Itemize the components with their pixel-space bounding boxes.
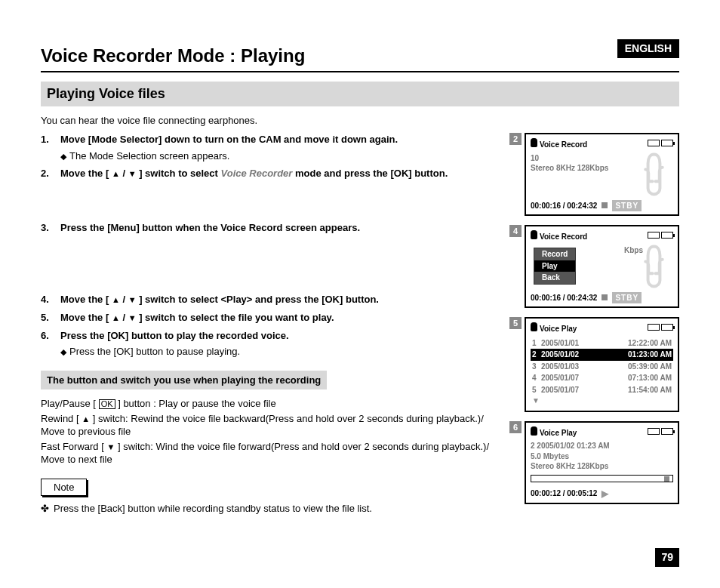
step-text: Move [Mode Selector] down to turn on the… xyxy=(60,133,494,146)
text-fragment: Play/Pause [ xyxy=(41,398,96,409)
file-time: 07:13:00 AM xyxy=(628,373,672,383)
file-time: 12:22:00 AM xyxy=(628,338,672,349)
now-playing-file: 2 2005/01/02 01:23 AM xyxy=(531,441,673,451)
menu-item-record[interactable]: Record xyxy=(534,248,575,260)
step-number: 6. xyxy=(41,329,60,359)
text-fragment: Move the [ xyxy=(60,312,112,323)
cactus-watermark-icon xyxy=(633,149,675,199)
stop-icon xyxy=(664,476,669,482)
card-icon xyxy=(648,324,660,331)
control-rewind: Rewind [ ▲ ] switch: Rewind the voice fi… xyxy=(41,412,494,439)
file-time: 11:54:00 AM xyxy=(628,385,672,396)
status-badge: STBY xyxy=(612,292,642,304)
file-row[interactable]: 42005/01/0707:13:00 AM xyxy=(531,372,673,384)
play-arrow-icon: ▶ xyxy=(602,488,608,500)
file-time: 01:23:00 AM xyxy=(628,349,672,360)
battery-icon xyxy=(661,232,673,239)
text-fragment: ] switch to select <Play> and press the … xyxy=(137,294,379,305)
file-idx: 4 xyxy=(532,373,541,383)
screen-title: Voice Play xyxy=(540,429,577,437)
text-fragment: Move the [ xyxy=(60,294,112,305)
control-play-pause: Play/Pause [ OK ] button : Play or pause… xyxy=(41,397,494,411)
file-row[interactable]: 32005/01/0305:39:00 AM xyxy=(531,361,673,373)
status-badge: STBY xyxy=(612,200,642,212)
step-5: 5. Move the [ ▲ / ▼ ] switch to select t… xyxy=(41,311,494,325)
step-number: 1. xyxy=(41,133,60,162)
step-text: Move the [ ▲ / ▼ ] switch to select the … xyxy=(60,311,494,325)
status-icons xyxy=(646,231,673,242)
menu-item-back[interactable]: Back xyxy=(534,272,575,284)
file-idx: 3 xyxy=(532,362,541,372)
file-idx: 1 xyxy=(532,338,541,349)
screen-5: 5 Voice Play 12005/01/0112:22:00 AM 2200… xyxy=(509,317,679,412)
mic-icon xyxy=(531,322,537,331)
down-arrow-icon: ▼ xyxy=(128,313,137,322)
battery-icon xyxy=(661,140,673,146)
intro-text: You can hear the voice file connecting e… xyxy=(41,114,679,128)
step-sub-content: The Mode Selection screen appears. xyxy=(69,150,229,162)
card-icon xyxy=(648,140,660,146)
step-2: 2. Move the [ ▲ / ▼ ] switch to select V… xyxy=(41,167,494,180)
file-row[interactable]: 12005/01/0112:22:00 AM xyxy=(531,337,673,349)
file-date: 2005/01/01 xyxy=(541,338,628,349)
card-icon xyxy=(648,428,660,435)
screen-body: Voice Play 12005/01/0112:22:00 AM 22005/… xyxy=(525,317,679,412)
file-row[interactable]: 22005/01/0201:23:00 AM xyxy=(531,349,673,361)
stop-icon xyxy=(602,294,608,300)
file-idx: 2 xyxy=(532,349,541,360)
step-number: 5. xyxy=(41,311,60,325)
step-6: 6. Press the [OK] button to play the rec… xyxy=(41,329,494,359)
step-number: 3. xyxy=(41,221,60,235)
step-text: Move the [ ▲ / ▼ ] switch to select <Pla… xyxy=(60,293,494,306)
up-arrow-icon: ▲ xyxy=(112,313,120,322)
card-icon xyxy=(648,232,660,239)
file-time: 05:39:00 AM xyxy=(628,362,672,372)
time-counter: 00:00:16 / 00:24:32 xyxy=(531,293,597,303)
title-rule xyxy=(41,71,679,72)
file-size: 5.0 Mbytes xyxy=(531,451,673,462)
step-subtext: ◆The Mode Selection screen appears. xyxy=(60,149,494,163)
status-icons xyxy=(646,139,673,149)
screen-tag: 6 xyxy=(509,421,522,433)
step-text: Press the [OK] button to play the record… xyxy=(60,329,494,343)
up-arrow-icon: ▲ xyxy=(112,295,120,304)
ok-button-icon: OK xyxy=(99,399,115,409)
up-arrow-icon: ▲ xyxy=(82,414,90,423)
step-4: 4. Move the [ ▲ / ▼ ] switch to select <… xyxy=(41,293,494,306)
section-subtitle: Playing Voice files xyxy=(41,82,679,106)
text-fragment: ] switch: Rewind the voice file backward… xyxy=(41,413,484,438)
audio-format: Stereo 8KHz 128Kbps xyxy=(531,461,673,472)
screen-4: 4 Voice Record Kbps Record Play Back xyxy=(509,225,679,308)
mode-name: Voice Recorder xyxy=(221,168,293,179)
step-3: 3. Press the [Menu] button when the Voic… xyxy=(41,221,494,235)
screen-body: Voice Play 2 2005/01/02 01:23 AM 5.0 Mby… xyxy=(525,421,679,504)
step-subtext: ◆Press the [OK] button to pause playing. xyxy=(60,345,494,359)
file-idx: 5 xyxy=(532,385,541,396)
down-arrow-icon: ▼ xyxy=(128,169,137,178)
step-text: Move the [ ▲ / ▼ ] switch to select Voic… xyxy=(60,167,494,180)
file-date: 2005/01/03 xyxy=(541,362,628,372)
step-sub-content: Press the [OK] button to pause playing. xyxy=(69,346,240,357)
note-content: Press the [Back] button while recording … xyxy=(54,503,372,514)
file-row[interactable]: 52005/01/0711:54:00 AM xyxy=(531,384,673,396)
screen-2: 2 Voice Record 10 Stereo 8KHz 128Kbps 00… xyxy=(509,133,679,216)
mic-icon xyxy=(531,230,537,239)
progress-bar xyxy=(531,475,673,482)
status-icons xyxy=(646,323,673,334)
stop-icon xyxy=(602,202,608,208)
file-list: 12005/01/0112:22:00 AM 22005/01/0201:23:… xyxy=(531,337,673,406)
screen-body: Voice Record 10 Stereo 8KHz 128Kbps 00:0… xyxy=(525,133,679,216)
file-date: 2005/01/07 xyxy=(541,373,628,383)
step-number: 4. xyxy=(41,293,60,306)
screen-title: Voice Play xyxy=(540,325,577,333)
text-fragment: mode and press the [OK] button. xyxy=(292,168,448,179)
text-fragment: ] switch to select xyxy=(137,168,221,179)
battery-icon xyxy=(661,428,673,435)
scroll-down-arrow-icon: ▼ xyxy=(532,396,673,406)
screen-6: 6 Voice Play 2 2005/01/02 01:23 AM 5.0 M… xyxy=(509,421,679,504)
down-arrow-icon: ▼ xyxy=(128,295,137,304)
down-arrow-icon: ▼ xyxy=(106,442,115,451)
screen-title: Voice Record xyxy=(540,140,587,149)
menu-item-play[interactable]: Play xyxy=(534,260,575,272)
screen-tag: 5 xyxy=(509,317,522,329)
